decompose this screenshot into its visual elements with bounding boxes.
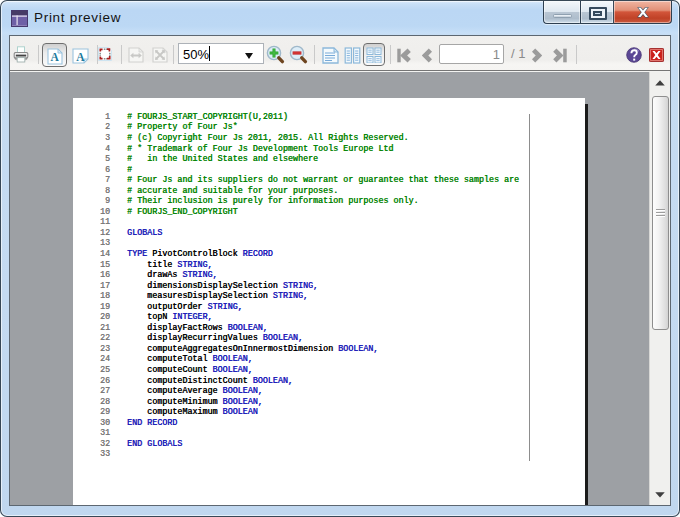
svg-text:A: A xyxy=(50,51,59,63)
svg-text:A: A xyxy=(76,51,85,63)
